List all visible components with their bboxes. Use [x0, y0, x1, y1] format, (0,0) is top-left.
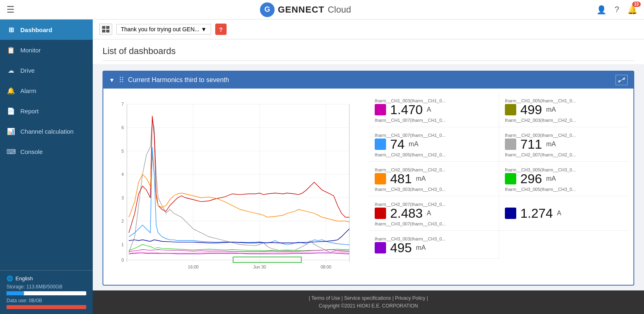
svg-text:7: 7 [121, 102, 124, 106]
copyright: Copyright ©2021 HIOKI E.E. CORPORATION [97, 302, 640, 310]
sidebar-nav: ⊞ Dashboard 📋 Monitor ☁ Drive 🔔 Alarm 📄 … [0, 19, 93, 270]
help-button[interactable]: ? [215, 24, 227, 35]
storage-label: Storage: 113.6MB/500GB [7, 284, 86, 290]
sidebar-item-console[interactable]: ⌨ Console [0, 141, 93, 162]
notification-icon[interactable]: 🔔 33 [627, 5, 637, 15]
svg-text:16:00: 16:00 [188, 264, 199, 269]
metric-value-1: 1.470 [390, 103, 423, 116]
alarm-icon: 🔔 [7, 86, 15, 95]
metric-color-5 [375, 173, 386, 184]
metric-value-8: 1.274 [520, 207, 553, 220]
language-selector[interactable]: 🌐 English [7, 275, 86, 282]
metric-value-6: 296 [520, 172, 542, 185]
data-use-bar [7, 305, 86, 309]
dashboard-icon: ⊞ [7, 25, 15, 34]
data-use-label: Data use: 0B/0B [7, 298, 86, 303]
dashboard-grid-icon[interactable] [99, 24, 112, 35]
sidebar-item-report[interactable]: 📄 Report [0, 101, 93, 121]
terms-link[interactable]: Terms of Use [311, 295, 340, 301]
sidebar-item-label: Channel calculation [20, 128, 74, 135]
monitor-icon: 📋 [7, 45, 15, 54]
report-icon: 📄 [7, 106, 15, 115]
svg-rect-3 [106, 30, 109, 32]
metric-item-6: Iharm__CH3_005(Iharm__CH3_0... 296 mA Ih… [499, 162, 629, 196]
metric-unit-5: mA [416, 175, 426, 182]
svg-text:1: 1 [121, 242, 124, 247]
metric-color-9 [375, 242, 386, 253]
storage-bar [7, 291, 86, 295]
service-link[interactable]: Service specifications [344, 295, 391, 301]
svg-text:2: 2 [121, 219, 124, 223]
expand-chart-button[interactable] [616, 75, 628, 85]
metric-label-1-bottom: Iharm__CH1_007(Iharm__CH1_0... [375, 118, 493, 123]
sidebar-item-label: Console [20, 148, 43, 155]
metric-unit-3: mA [409, 141, 419, 148]
console-icon: ⌨ [7, 147, 15, 156]
page-title-bar: List of dashboards [93, 39, 644, 64]
sidebar-item-label: Dashboard [20, 26, 52, 33]
metric-unit-7: A [427, 210, 431, 217]
hamburger-menu-icon[interactable]: ☰ [7, 4, 15, 15]
svg-text:0: 0 [121, 258, 124, 262]
metric-value-row-8: 1.274 A [505, 207, 624, 220]
app-header: ☰ G GENNECT Cloud 👤 ? 🔔 33 [0, 0, 644, 19]
metric-color-6 [505, 173, 516, 184]
metric-label-6-bottom: Iharm__CH3_005(Iharm__CH3_0... [505, 187, 624, 192]
notification-badge: 33 [632, 2, 641, 7]
drag-handle-icon[interactable]: ⠿ [119, 76, 124, 84]
metric-item-7: Iharm__CH2_007(Iharm__CH2_0... 2.483 A I… [369, 196, 499, 231]
main-content: Thank you for trying out GEN... ▼ ? List… [93, 19, 644, 314]
metric-value-row-1: 1.470 A [375, 103, 493, 116]
title-divider [103, 61, 634, 61]
metric-value-row-3: 74 mA [375, 138, 493, 151]
chart-panel-title: Current Harmonics third to seventh [128, 76, 611, 84]
drive-icon: ☁ [7, 66, 15, 75]
sidebar-item-channel-calculation[interactable]: 📊 Channel calculation [0, 121, 93, 141]
sidebar-item-monitor[interactable]: 📋 Monitor [0, 40, 93, 60]
collapse-icon[interactable]: ▼ [109, 77, 115, 83]
sidebar-item-alarm[interactable]: 🔔 Alarm [0, 80, 93, 101]
app-logo: G GENNECT Cloud [260, 2, 351, 17]
chart-svg: 0 1 2 3 4 5 6 7 16:00 Jun 30 08:00 [107, 93, 365, 279]
metric-value-row-2: 499 mA [505, 103, 624, 116]
svg-rect-1 [106, 26, 109, 29]
dropdown-icon: ▼ [201, 26, 207, 32]
sidebar-item-label: Monitor [20, 47, 41, 54]
logo-icon: G [260, 2, 275, 17]
metric-unit-1: A [427, 106, 431, 113]
metric-value-row-5: 481 mA [375, 172, 493, 185]
metric-unit-6: mA [546, 175, 556, 182]
help-icon[interactable]: ? [615, 5, 619, 14]
user-icon[interactable]: 👤 [596, 5, 607, 15]
sidebar-item-label: Alarm [20, 87, 36, 94]
sidebar-item-drive[interactable]: ☁ Drive [0, 60, 93, 80]
metric-color-2 [505, 104, 516, 115]
language-label: English [15, 275, 33, 282]
svg-rect-2 [102, 30, 105, 32]
sidebar-item-dashboard[interactable]: ⊞ Dashboard [0, 19, 93, 40]
metric-value-row-9: 495 mA [375, 241, 493, 254]
metric-item-10-empty [499, 231, 629, 259]
svg-rect-0 [102, 26, 105, 29]
metric-value-3: 74 [390, 138, 405, 151]
logo-gennect-text: GENNECT [278, 4, 325, 15]
metric-color-8 [505, 208, 516, 219]
metric-unit-2: mA [546, 106, 556, 113]
metric-item-5: Iharm__CH2_005(Iharm__CH2_0... 481 mA Ih… [369, 162, 499, 196]
toolbar: Thank you for trying out GEN... ▼ ? [93, 19, 644, 39]
metric-item-8: . 1.274 A [499, 196, 629, 231]
metric-label-2-bottom: Iharm__CH2_003(Iharm__CH2_0... [505, 118, 624, 123]
privacy-link[interactable]: Privacy Policy [395, 295, 426, 301]
main-layout: ⊞ Dashboard 📋 Monitor ☁ Drive 🔔 Alarm 📄 … [0, 19, 644, 314]
sidebar-item-label: Report [20, 108, 39, 115]
dashboard-area: ▼ ⠿ Current Harmonics third to seventh [93, 64, 644, 290]
metric-unit-9: mA [416, 244, 426, 251]
chart-container: 0 1 2 3 4 5 6 7 16:00 Jun 30 08:00 [107, 93, 365, 281]
dashboard-select[interactable]: Thank you for trying out GEN... ▼ [116, 24, 211, 35]
page-title: List of dashboards [103, 46, 634, 56]
metric-value-4: 711 [520, 138, 542, 151]
metric-unit-4: mA [546, 141, 556, 148]
metric-value-7: 2.483 [390, 207, 423, 220]
metric-label-5-bottom: Iharm__CH3_003(Iharm__CH3_0... [375, 187, 493, 192]
svg-text:6: 6 [121, 125, 124, 130]
